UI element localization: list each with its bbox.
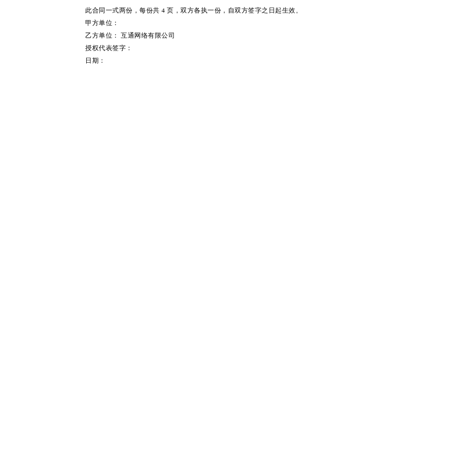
line1-text-before: 此合同一式两份，每份共 bbox=[85, 7, 161, 14]
authorized-signature: 授权代表签字： bbox=[85, 42, 461, 54]
contract-copies-statement: 此合同一式两份，每份共 4 页，双方各执一份，自双方签字之日起生效。 bbox=[85, 4, 461, 17]
line1-text-after: 页，双方各执一份，自双方签字之日起生效。 bbox=[165, 7, 302, 14]
party-a-unit: 甲方单位： bbox=[85, 17, 461, 29]
party-b-unit: 乙方单位： 互通网络有限公司 bbox=[85, 29, 461, 42]
date-field: 日期： bbox=[85, 54, 461, 67]
